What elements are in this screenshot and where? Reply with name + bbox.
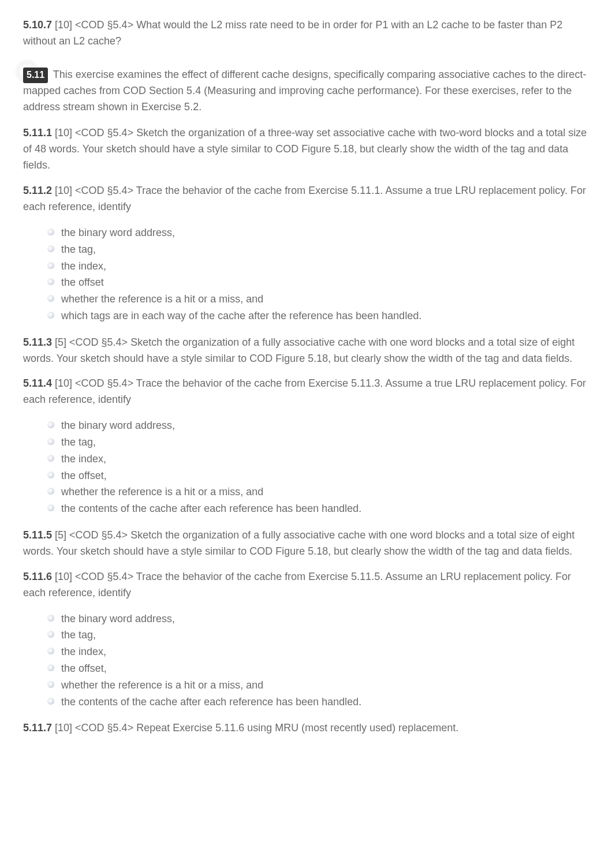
exercise-number: 5.10.7: [23, 19, 52, 31]
list-item: the offset,: [50, 467, 590, 484]
exercise-number: 5.11.4: [23, 377, 52, 389]
exercise-5-11-4: 5.11.4 [10] <COD §5.4> Trace the behavio…: [23, 376, 590, 408]
intro-text: This exercise examines the effect of dif…: [23, 69, 586, 113]
exercise-5-11-7: 5.11.7 [10] <COD §5.4> Repeat Exercise 5…: [23, 720, 590, 736]
identify-list-5-11-2: the binary word address, the tag, the in…: [23, 225, 590, 324]
exercise-5-11-2: 5.11.2 [10] <COD §5.4> Trace the behavio…: [23, 183, 590, 215]
exercise-text: Repeat Exercise 5.11.6 using MRU (most r…: [136, 722, 458, 734]
exercise-5-11-intro: 5.11 This exercise examines the effect o…: [23, 67, 590, 115]
list-item: whether the reference is a hit or a miss…: [50, 677, 590, 694]
identify-list-5-11-4: the binary word address, the tag, the in…: [23, 417, 590, 517]
list-item: the offset,: [50, 660, 590, 677]
exercise-meta: [10] <COD §5.4>: [55, 185, 133, 196]
exercise-5-10-7: 5.10.7 [10] <COD §5.4> What would the L2…: [23, 17, 590, 50]
exercise-meta: [10] <COD §5.4>: [55, 722, 133, 734]
list-item: the offset: [50, 274, 590, 291]
list-item: the index,: [50, 258, 590, 275]
list-item: the tag,: [50, 627, 590, 643]
exercise-meta: [10] <COD §5.4>: [55, 127, 133, 139]
exercise-meta: [10] <COD §5.4>: [55, 377, 133, 389]
exercise-meta: [10] <COD §5.4>: [55, 571, 133, 582]
exercise-number: 5.11.6: [23, 571, 52, 582]
list-item: the index,: [50, 451, 590, 467]
exercise-5-11-5: 5.11.5 [5] <COD §5.4> Sketch the organiz…: [23, 527, 590, 560]
list-item: the contents of the cache after each ref…: [50, 500, 590, 517]
exercise-number: 5.11.3: [23, 336, 52, 348]
exercise-meta: [5] <COD §5.4>: [55, 336, 128, 348]
list-item: the tag,: [50, 434, 590, 451]
list-item: whether the reference is a hit or a miss…: [50, 484, 590, 500]
list-item: the index,: [50, 643, 590, 660]
list-item: the binary word address,: [50, 417, 590, 434]
identify-list-5-11-6: the binary word address, the tag, the in…: [23, 611, 590, 710]
exercise-number: 5.11.7: [23, 722, 52, 734]
list-item: which tags are in each way of the cache …: [50, 308, 590, 324]
list-item: the binary word address,: [50, 611, 590, 627]
list-item: the tag,: [50, 241, 590, 258]
exercise-number: 5.11.5: [23, 529, 52, 541]
list-item: whether the reference is a hit or a miss…: [50, 291, 590, 308]
exercise-5-11-3: 5.11.3 [5] <COD §5.4> Sketch the organiz…: [23, 335, 590, 367]
exercise-meta: [10] <COD §5.4>: [55, 19, 133, 31]
exercise-number: 5.11.1: [23, 127, 52, 139]
exercise-meta: [5] <COD §5.4>: [55, 529, 128, 541]
list-item: the binary word address,: [50, 225, 590, 241]
section-badge: 5.11: [23, 68, 48, 83]
exercise-5-11-1: 5.11.1 [10] <COD §5.4> Sketch the organi…: [23, 125, 590, 174]
list-item: the contents of the cache after each ref…: [50, 694, 590, 710]
exercise-5-11-6: 5.11.6 [10] <COD §5.4> Trace the behavio…: [23, 569, 590, 601]
exercise-number: 5.11.2: [23, 185, 52, 196]
